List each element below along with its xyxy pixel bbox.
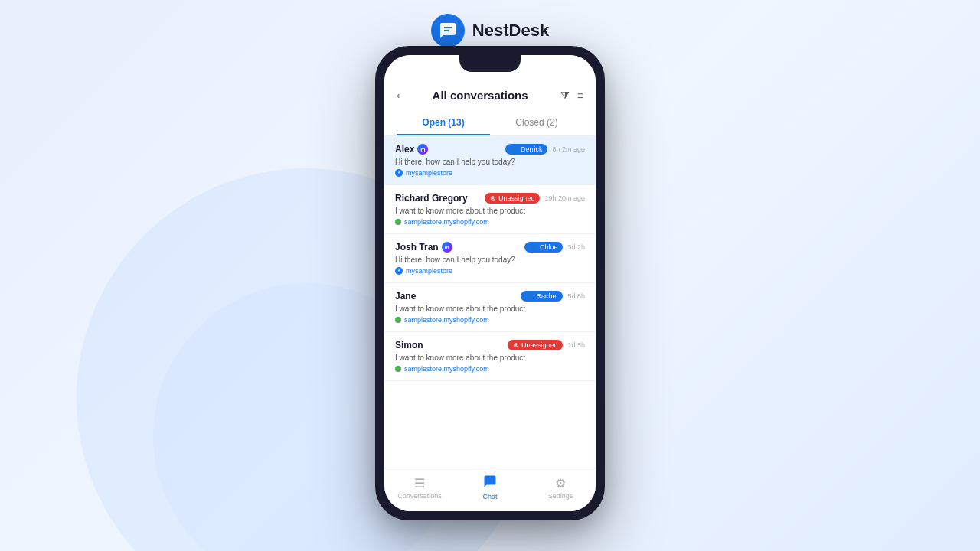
facebook-icon: f <box>395 169 403 177</box>
phone-screen: ‹ All conversations ⧩ ≡ Open (13) Closed… <box>384 55 596 511</box>
conversation-item-simon[interactable]: Simon ⊗ Unassigned 1d 5h I want to know … <box>384 332 596 381</box>
tabs-row: Open (13) Closed (2) <box>397 111 583 135</box>
phone-frame: ‹ All conversations ⧩ ≡ Open (13) Closed… <box>375 46 605 520</box>
conversation-list: Alex m 👤 Derrick 8h 2m ago Hi there, how… <box>384 136 596 468</box>
conv-right: 👤 Derrick 8h 2m ago <box>505 144 585 155</box>
conv-source: samplestore.myshopify.com <box>395 316 585 324</box>
tab-open[interactable]: Open (13) <box>397 111 490 135</box>
chat-label: Chat <box>482 493 497 500</box>
time-label: 5d 8h <box>567 292 585 300</box>
messenger-icon: m <box>417 144 428 155</box>
page-title: All conversations <box>433 89 528 102</box>
conv-message: I want to know more about the product <box>395 207 585 215</box>
nav-row: ‹ All conversations ⧩ ≡ <box>397 89 583 102</box>
agent-badge: 👤 Chloe <box>524 242 564 253</box>
facebook-icon: f <box>395 267 403 275</box>
agent-icon: 👤 <box>526 293 534 300</box>
shopify-icon <box>395 317 401 323</box>
conv-source: f mysamplestore <box>395 169 585 177</box>
conversations-label: Conversations <box>397 492 442 500</box>
conv-source: samplestore.myshopify.com <box>395 218 585 226</box>
filter-icon[interactable]: ⧩ <box>560 89 570 102</box>
conversation-item-josh[interactable]: Josh Tran m 👤 Chloe 3d 2h Hi there, how … <box>384 234 596 283</box>
conv-name: Jane <box>395 291 416 302</box>
conv-header: Alex m 👤 Derrick 8h 2m ago <box>395 144 585 155</box>
conv-header: Richard Gregory ⊗ Unassigned 19h 20m ago <box>395 193 585 204</box>
unassigned-badge: ⊗ Unassigned <box>508 340 564 350</box>
conv-right: 👤 Chloe 3d 2h <box>524 242 585 253</box>
back-arrow-icon: ‹ <box>397 90 400 101</box>
conv-source: samplestore.myshopify.com <box>395 365 585 373</box>
shopify-icon <box>395 366 401 372</box>
settings-icon: ⚙ <box>555 476 566 491</box>
agent-icon: 👤 <box>530 244 537 251</box>
conv-header: Josh Tran m 👤 Chloe 3d 2h <box>395 242 585 253</box>
conversations-icon: ☰ <box>414 476 425 491</box>
conv-message: Hi there, how can I help you today? <box>395 158 585 166</box>
conv-header: Simon ⊗ Unassigned 1d 5h <box>395 340 585 350</box>
conv-message: I want to know more about the product <box>395 305 585 313</box>
phone-notch <box>459 55 521 72</box>
nav-item-settings[interactable]: ⚙ Settings <box>525 476 596 500</box>
conv-name: Richard Gregory <box>395 193 468 204</box>
bottom-nav: ☰ Conversations Chat ⚙ Settings <box>384 468 596 511</box>
nav-action-icons: ⧩ ≡ <box>560 89 583 102</box>
time-label: 1d 5h <box>567 341 585 349</box>
conv-name: Josh Tran m <box>395 242 452 253</box>
conversation-item-jane[interactable]: Jane 👤 Rachel 5d 8h I want to know more … <box>384 283 596 332</box>
app-logo-icon <box>431 14 465 47</box>
conv-name: Alex m <box>395 144 428 155</box>
nav-item-conversations[interactable]: ☰ Conversations <box>384 476 455 500</box>
tab-closed[interactable]: Closed (2) <box>490 111 583 135</box>
conv-right: ⊗ Unassigned 19h 20m ago <box>485 193 585 204</box>
unassigned-badge: ⊗ Unassigned <box>485 193 541 204</box>
chat-logo-svg <box>439 21 457 40</box>
time-label: 8h 2m ago <box>552 145 585 153</box>
agent-icon: 👤 <box>511 146 518 153</box>
conv-header: Jane 👤 Rachel 5d 8h <box>395 291 585 302</box>
chat-icon <box>483 474 497 491</box>
nav-item-chat[interactable]: Chat <box>455 474 525 500</box>
conv-message: Hi there, how can I help you today? <box>395 256 585 264</box>
conversation-item-richard[interactable]: Richard Gregory ⊗ Unassigned 19h 20m ago… <box>384 185 596 234</box>
agent-badge: 👤 Derrick <box>505 144 548 155</box>
messenger-icon: m <box>442 242 452 253</box>
unassigned-icon: ⊗ <box>513 341 519 349</box>
app-name-label: NestDesk <box>472 21 549 41</box>
conversation-item-alex[interactable]: Alex m 👤 Derrick 8h 2m ago Hi there, how… <box>384 136 596 185</box>
time-label: 3d 2h <box>567 243 585 251</box>
settings-label: Settings <box>548 492 573 500</box>
conv-source: f mysamplestore <box>395 267 585 275</box>
conv-right: 👤 Rachel 5d 8h <box>521 291 585 302</box>
conv-name: Simon <box>395 340 423 350</box>
conv-message: I want to know more about the product <box>395 354 585 362</box>
conv-right: ⊗ Unassigned 1d 5h <box>508 340 585 350</box>
unassigned-icon: ⊗ <box>490 194 496 202</box>
menu-icon[interactable]: ≡ <box>577 90 583 102</box>
agent-badge: 👤 Rachel <box>521 291 563 302</box>
back-button[interactable]: ‹ <box>397 90 400 101</box>
time-label: 19h 20m ago <box>544 194 585 202</box>
shopify-icon <box>395 219 401 225</box>
